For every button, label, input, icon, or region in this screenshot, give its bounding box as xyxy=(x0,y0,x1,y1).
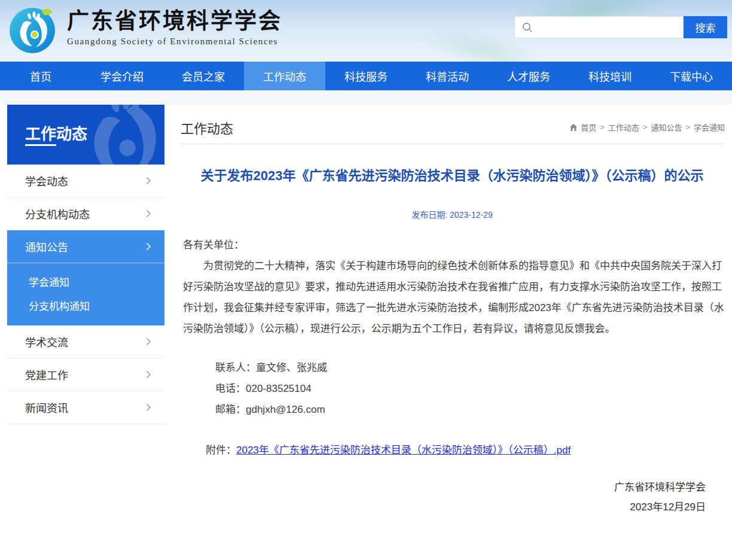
signature-date: 2023年12月29日 xyxy=(179,497,706,517)
breadcrumb-item-work-news[interactable]: 工作动态 xyxy=(608,121,639,133)
search-icon xyxy=(522,22,533,33)
sidebar-item-label: 学会动态 xyxy=(25,173,68,188)
sidebar-title: 工作动态 xyxy=(25,121,87,144)
breadcrumb-separator: > xyxy=(685,123,690,132)
sidebar-item-label: 新闻资讯 xyxy=(25,400,68,415)
nav-item-work-news[interactable]: 工作动态 xyxy=(244,62,325,90)
search-box: 搜索 xyxy=(514,16,727,38)
article-title: 关于发布2023年《广东省先进污染防治技术目录（水污染防治领域）》（公示稿）的公… xyxy=(189,166,715,185)
search-input-wrap xyxy=(514,16,684,38)
breadcrumb: 首页 > 工作动态 > 通知公告 > 学会通知 xyxy=(569,121,725,133)
site-subtitle: Guangdong Society of Environmental Scien… xyxy=(67,36,282,47)
main-content: 工作动态 首页 > 工作动态 > 通知公告 > 学会通知 关于发布2023年《广… xyxy=(179,105,725,517)
sidebar-header: 工作动态 xyxy=(7,105,164,165)
article-body: 各有关单位： 为贯彻党的二十大精神，落实《关于构建市场导向的绿色技术创新体系的指… xyxy=(179,235,725,517)
publish-date: 发布日期: 2023-12-29 xyxy=(179,208,725,220)
chevron-right-icon xyxy=(146,176,151,185)
sidebar-item-label: 分支机构动态 xyxy=(25,206,90,221)
chevron-right-icon xyxy=(146,242,151,251)
sidebar-submenu: 学会通知 分支机构通知 xyxy=(7,263,164,325)
sidebar: 工作动态 学会动态 分支机构动态 通知公告 学会通知 分支机构通知 学术交流 党… xyxy=(7,105,164,424)
site-header: 广东省环境科学学会 Guangdong Society of Environme… xyxy=(0,0,732,62)
breadcrumb-item-home[interactable]: 首页 xyxy=(581,121,596,133)
site-logo xyxy=(8,7,56,54)
sidebar-item-society-news[interactable]: 学会动态 xyxy=(7,165,164,197)
sidebar-item-label: 党建工作 xyxy=(25,367,68,382)
nav-item-home[interactable]: 首页 xyxy=(0,62,81,90)
nav-item-tech-service[interactable]: 科技服务 xyxy=(325,62,407,90)
nav-item-science-popularization[interactable]: 科普活动 xyxy=(407,62,488,90)
nav-item-talent-service[interactable]: 人才服务 xyxy=(488,62,569,90)
sidebar-item-party-building[interactable]: 党建工作 xyxy=(7,358,164,391)
nav-item-about[interactable]: 学会介绍 xyxy=(81,62,163,90)
search-button[interactable]: 搜索 xyxy=(684,16,727,38)
nav-item-tech-training[interactable]: 科技培训 xyxy=(569,62,651,90)
sidebar-item-branch-news[interactable]: 分支机构动态 xyxy=(7,197,164,230)
brand-block: 广东省环境科学学会 Guangdong Society of Environme… xyxy=(67,8,282,47)
chevron-right-icon xyxy=(146,403,151,412)
sidebar-item-news[interactable]: 新闻资讯 xyxy=(7,391,164,424)
sidebar-subitem-society-notices[interactable]: 学会通知 xyxy=(7,269,164,293)
sidebar-subitem-branch-notices[interactable]: 分支机构通知 xyxy=(7,293,164,317)
main-navigation: 首页 学会介绍 会员之家 工作动态 科技服务 科普活动 人才服务 科技培训 下载… xyxy=(0,62,732,90)
chevron-right-icon xyxy=(146,337,151,346)
search-input[interactable] xyxy=(538,19,683,36)
breadcrumb-separator: > xyxy=(643,123,648,132)
sidebar-item-academic-exchange[interactable]: 学术交流 xyxy=(7,325,164,358)
contact-person: 联系人：童文修、张兆威 xyxy=(215,357,725,378)
attachment-pdf-link[interactable]: 2023年《广东省先进污染防治技术目录（水污染防治领域）》（公示稿）.pdf xyxy=(236,445,571,456)
contact-email: 邮箱：gdhjxh@126.com xyxy=(215,399,725,420)
attachment-label: 附件： xyxy=(206,445,236,456)
breadcrumb-separator: > xyxy=(600,123,605,132)
site-title: 广东省环境科学学会 xyxy=(67,8,282,35)
sidebar-item-notices[interactable]: 通知公告 xyxy=(7,230,164,263)
home-icon xyxy=(569,123,578,132)
sidebar-title-underline xyxy=(25,144,56,146)
sidebar-item-label: 学术交流 xyxy=(25,334,68,349)
attachment-line: 附件：2023年《广东省先进污染防治技术目录（水污染防治领域）》（公示稿）.pd… xyxy=(179,440,725,461)
page-title: 工作动态 xyxy=(181,118,233,137)
body-paragraph: 为贯彻党的二十大精神，落实《关于构建市场导向的绿色技术创新体系的指导意见》和《中… xyxy=(179,255,725,339)
header-content-divider xyxy=(0,90,732,105)
signature-block: 广东省环境科学学会 2023年12月29日 xyxy=(179,477,725,517)
nav-item-members[interactable]: 会员之家 xyxy=(163,62,244,90)
chevron-right-icon xyxy=(146,370,151,379)
salutation: 各有关单位： xyxy=(179,235,725,255)
logo-icon xyxy=(8,7,56,54)
nav-item-download-center[interactable]: 下载中心 xyxy=(651,62,732,90)
breadcrumb-item-notices[interactable]: 通知公告 xyxy=(651,121,682,133)
page-header: 工作动态 首页 > 工作动态 > 通知公告 > 学会通知 xyxy=(179,105,725,144)
contact-phone: 电话：020-83525104 xyxy=(215,378,725,399)
breadcrumb-item-society-notices[interactable]: 学会通知 xyxy=(694,121,725,133)
signature-org: 广东省环境科学学会 xyxy=(179,477,706,497)
contact-block: 联系人：童文修、张兆威 电话：020-83525104 邮箱：gdhjxh@12… xyxy=(179,357,725,420)
chevron-right-icon xyxy=(146,209,151,218)
sidebar-item-label: 通知公告 xyxy=(25,239,68,254)
